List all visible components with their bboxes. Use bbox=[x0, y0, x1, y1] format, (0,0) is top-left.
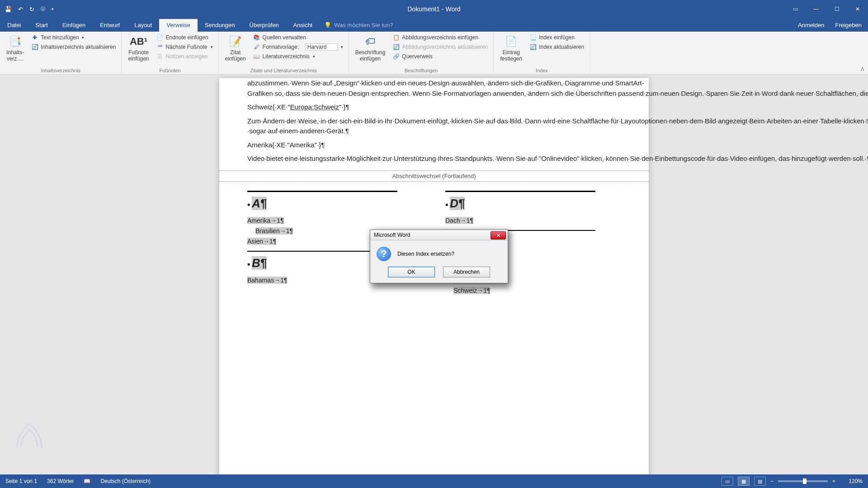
citation-style-select[interactable]: 🖊Formatvorlage: Harvard▾ bbox=[252, 43, 344, 51]
insert-endnote-button[interactable]: 📄Endnote einfügen bbox=[156, 33, 214, 42]
figures-icon: 📋 bbox=[392, 34, 400, 41]
show-notes-button: ☰Notizen anzeigen bbox=[156, 52, 214, 61]
qat-dropdown-icon[interactable]: ▾ bbox=[52, 7, 54, 11]
update-index-button[interactable]: 🔄Index aktualisieren bbox=[528, 43, 585, 51]
tab-review[interactable]: Überprüfen bbox=[242, 19, 286, 32]
dialog-message: Diesen Index ersetzen? bbox=[397, 251, 454, 257]
tab-mailings[interactable]: Sendungen bbox=[198, 19, 242, 32]
endnote-icon: 📄 bbox=[156, 34, 164, 41]
status-bar: Seite 1 von 1 362 Wörter 📖 Deutsch (Öste… bbox=[0, 474, 868, 488]
zoom-slider[interactable] bbox=[778, 480, 828, 482]
tab-insert[interactable]: Einfügen bbox=[55, 19, 93, 32]
index-entry[interactable]: Dach→1¶ bbox=[445, 216, 621, 225]
add-text-button[interactable]: ✚Text hinzufügen▾ bbox=[30, 33, 117, 42]
view-print-button[interactable]: ▦ bbox=[738, 477, 750, 486]
title-bar: 💾 ↶ ↻ ⦾ ▾ Dokument1 - Word ▭ — ☐ ✕ bbox=[0, 0, 868, 18]
maximize-icon[interactable]: ☐ bbox=[826, 0, 847, 18]
insert-index-button[interactable]: 📃Index einfügen bbox=[528, 33, 585, 42]
question-icon: ? bbox=[377, 247, 391, 261]
ribbon-options-icon[interactable]: ▭ bbox=[785, 0, 806, 18]
insert-caption-button[interactable]: 🏷Beschriftung einfügen bbox=[354, 33, 387, 63]
xe-schweiz[interactable]: Schweiz{·XE·"Europa:Schweiz"·}¶ bbox=[247, 102, 621, 113]
style-value[interactable]: Harvard bbox=[305, 43, 338, 51]
close-icon[interactable]: ✕ bbox=[847, 0, 868, 18]
group-index: 📄Eintrag festlegen 📃Index einfügen 🔄Inde… bbox=[494, 32, 590, 74]
save-icon[interactable]: 💾 bbox=[5, 6, 12, 13]
collapse-ribbon-icon[interactable]: ᐱ bbox=[861, 66, 864, 72]
signin-link[interactable]: Anmelden bbox=[798, 22, 825, 28]
tell-me[interactable]: 💡Was möchten Sie tun? bbox=[324, 22, 393, 32]
ribbon: 📑Inhalts- verz.… ✚Text hinzufügen▾ 🔄Inha… bbox=[0, 32, 868, 75]
update-figures-icon: 🔄 bbox=[392, 43, 400, 51]
group-footnotes: AB¹Fußnote einfügen 📄Endnote einfügen ᴬᴮ… bbox=[122, 32, 218, 74]
insert-index-icon: 📃 bbox=[529, 34, 537, 41]
update-toc-button[interactable]: 🔄Inhaltsverzeichnis aktualisieren bbox=[30, 43, 117, 51]
proofing-icon[interactable]: 📖 bbox=[84, 478, 90, 484]
update-figures-button: 🔄Abbildungsverzeichnis aktualisieren bbox=[392, 43, 489, 51]
tab-file[interactable]: Datei bbox=[0, 19, 28, 32]
window-title: Dokument1 - Word bbox=[407, 5, 460, 13]
view-read-button[interactable]: ▭ bbox=[722, 477, 733, 486]
toc-button[interactable]: 📑Inhalts- verz.… bbox=[5, 33, 26, 63]
cancel-button[interactable]: Abbrechen bbox=[443, 267, 490, 277]
crossref-button[interactable]: 🔗Querverweis bbox=[392, 52, 489, 61]
group-label-footnotes: Fußnoten bbox=[126, 68, 213, 74]
next-footnote-icon: ᴬᴮ bbox=[156, 43, 164, 51]
ribbon-tabs: Datei Start Einfügen Entwurf Layout Verw… bbox=[0, 18, 868, 32]
group-label-captions: Beschriftungen bbox=[354, 68, 489, 74]
body-paragraph[interactable]: Zum·Ändern·der·Weise,·in·der·sich·ein·Bi… bbox=[247, 116, 621, 136]
bibliography-icon: 📖 bbox=[253, 53, 260, 60]
footnote-icon: AB¹ bbox=[131, 34, 146, 49]
insert-figures-button[interactable]: 📋Abbildungsverzeichnis einfügen bbox=[392, 33, 489, 42]
update-icon: 🔄 bbox=[31, 43, 38, 51]
bibliography-button[interactable]: 📖Literaturverzeichnis▾ bbox=[252, 52, 344, 61]
mark-entry-button[interactable]: 📄Eintrag festlegen bbox=[498, 33, 524, 63]
body-paragraph[interactable]: Video·bietet·eine·leistungsstarke·Möglic… bbox=[247, 154, 621, 164]
toc-icon: 📑 bbox=[8, 34, 23, 49]
manage-sources-button[interactable]: 📚Quellen verwalten bbox=[252, 33, 344, 42]
update-index-icon: 🔄 bbox=[529, 43, 537, 51]
word-count[interactable]: 362 Wörter bbox=[47, 478, 74, 484]
undo-icon[interactable]: ↶ bbox=[18, 6, 23, 13]
page-status[interactable]: Seite 1 von 1 bbox=[5, 478, 37, 484]
mark-entry-icon: 📄 bbox=[504, 34, 519, 49]
minimize-icon[interactable]: — bbox=[806, 0, 826, 18]
tab-start[interactable]: Start bbox=[28, 19, 55, 32]
lightbulb-icon: 💡 bbox=[324, 22, 331, 28]
index-entry[interactable]: Amerika→1¶ bbox=[247, 216, 423, 225]
xe-amerika[interactable]: Amerika{·XE·"Amerika"·}¶ bbox=[247, 140, 621, 150]
language-status[interactable]: Deutsch (Österreich) bbox=[100, 478, 151, 484]
group-label-citations: Zitate und Literaturverzeichnis bbox=[223, 68, 344, 74]
group-citations: 📝Zitat einfügen 📚Quellen verwalten 🖊Form… bbox=[219, 32, 349, 74]
sources-icon: 📚 bbox=[253, 34, 260, 41]
quick-access-toolbar: 💾 ↶ ↻ ⦾ ▾ bbox=[0, 5, 58, 13]
share-button[interactable]: Freigeben bbox=[835, 22, 862, 28]
index-head-a[interactable]: ■A¶ bbox=[247, 191, 397, 212]
tab-references[interactable]: Verweise bbox=[159, 19, 198, 32]
zoom-in-button[interactable]: + bbox=[832, 478, 835, 484]
caption-icon: 🏷 bbox=[363, 34, 377, 49]
body-paragraph[interactable]: abzustimmen.·Wenn·Sie·auf·„Design“·klick… bbox=[247, 78, 621, 99]
dialog-close-button[interactable]: ✕ bbox=[491, 231, 506, 239]
zoom-level[interactable]: 120% bbox=[840, 478, 863, 484]
section-break: Abschnittswechsel (Fortlaufend) bbox=[219, 170, 649, 182]
view-web-button[interactable]: ▤ bbox=[754, 477, 766, 486]
tab-view[interactable]: Ansicht bbox=[286, 19, 320, 32]
touch-mode-icon[interactable]: ⦾ bbox=[41, 5, 45, 13]
next-footnote-button[interactable]: ᴬᴮNächste Fußnote▾ bbox=[156, 43, 214, 51]
redo-icon[interactable]: ↻ bbox=[29, 6, 34, 13]
group-label-toc: Inhaltsverzeichnis bbox=[5, 68, 117, 74]
index-head-d[interactable]: ■D¶ bbox=[445, 191, 595, 212]
watermark-icon bbox=[9, 416, 50, 456]
show-notes-icon: ☰ bbox=[156, 53, 164, 60]
tab-layout[interactable]: Layout bbox=[127, 19, 159, 32]
style-icon: 🖊 bbox=[253, 43, 260, 51]
insert-citation-button[interactable]: 📝Zitat einfügen bbox=[223, 33, 248, 63]
citation-icon: 📝 bbox=[228, 34, 243, 49]
ab-footnote-button[interactable]: AB¹Fußnote einfügen bbox=[126, 33, 151, 63]
dialog-title: Microsoft Word bbox=[374, 232, 410, 238]
zoom-out-button[interactable]: − bbox=[770, 478, 774, 484]
dialog-title-bar[interactable]: Microsoft Word ✕ bbox=[370, 230, 508, 240]
ok-button[interactable]: OK bbox=[388, 267, 435, 277]
tab-design[interactable]: Entwurf bbox=[93, 19, 127, 32]
